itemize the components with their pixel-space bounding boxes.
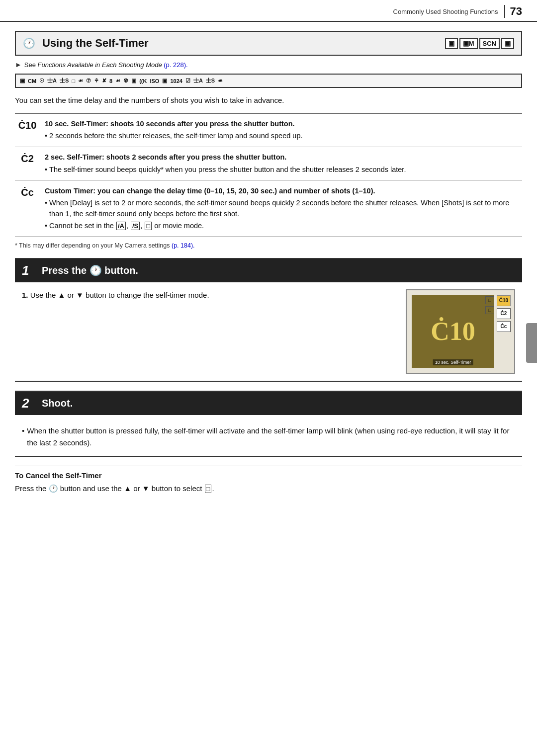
- step2-body: • When the shutter button is pressed ful…: [15, 415, 522, 456]
- footnote-link[interactable]: (p. 184).: [172, 242, 195, 249]
- see-ref-text: See Functions Available in Each Shooting…: [24, 61, 188, 69]
- self-timer-icon: 🕐: [23, 37, 35, 49]
- strip-icon-14: ▣: [130, 77, 137, 84]
- timer-text-cell-2: 2 sec. Self-Timer: shoots 2 seconds afte…: [45, 152, 522, 175]
- section-title: Using the Self-Timer: [42, 37, 149, 50]
- timer-c-icon: Ċc: [21, 187, 34, 198]
- section-title-block: 🕐 Using the Self-Timer ▣ ▣M SCN ▣: [15, 31, 522, 56]
- camera-sidebar: Ċ10 Ċ2 Ċc: [496, 295, 512, 368]
- or-text-1: or: [68, 291, 74, 299]
- strip-icon-5: ⼠S: [59, 77, 70, 85]
- timer-icon-cell-1: Ċ10: [15, 119, 40, 131]
- strip-icon-1024: 1024: [169, 78, 183, 84]
- strip-icon-19: ⼠S: [205, 77, 216, 85]
- cam-side-timer10: Ċ10: [497, 295, 511, 306]
- strip-icon-3: ☉: [38, 77, 45, 84]
- timer-bullet-3b: • Cannot be set in the /A, /S, □ or movi…: [45, 221, 522, 232]
- step1-number: 1: [22, 263, 37, 278]
- timer-bullet-3a: • When [Delay] is set to 2 or more secon…: [45, 198, 522, 220]
- timer-text-cell-3: Custom Timer: you can change the delay t…: [45, 186, 522, 232]
- strip-icon-8: ⑦: [85, 77, 92, 84]
- main-content: 🕐 Using the Self-Timer ▣ ▣M SCN ▣ ► See …: [0, 31, 537, 509]
- see-ref: ► See Functions Available in Each Shooti…: [15, 61, 522, 69]
- timer-bullet-2: • The self-timer sound beeps quickly* wh…: [45, 165, 522, 175]
- or-text-2: or: [133, 484, 140, 493]
- strip-icon-iso: ISO: [149, 78, 160, 84]
- arrow-icon: ►: [15, 61, 22, 69]
- step2-bullet: • When the shutter button is pressed ful…: [22, 425, 515, 449]
- timer-icon-cell-2: Ċ2: [15, 152, 40, 165]
- cam-top-icon-1: □: [485, 296, 494, 304]
- strip-icon-6: □: [71, 78, 76, 84]
- cancel-icon: □: [205, 485, 212, 493]
- cancel-text: Press the 🕐 button and use the ▲ or ▼ bu…: [15, 483, 522, 495]
- strip-icon-9: ⚘: [93, 77, 100, 84]
- timer-10-icon: Ċ10: [18, 120, 37, 131]
- inline-icon-fs: /S: [131, 222, 140, 230]
- ref-link[interactable]: (p. 228).: [164, 61, 187, 69]
- step2-block: 2 Shoot. • When the shutter button is pr…: [15, 391, 522, 457]
- cam-side-timer2: Ċ2: [497, 308, 511, 319]
- cancel-section: To Cancel the Self-Timer Press the 🕐 but…: [15, 466, 522, 495]
- cam-top-icon-2: □: [485, 306, 494, 314]
- footnote: * This may differ depending on your My C…: [15, 242, 522, 249]
- strip-icon-7: ☙: [77, 77, 84, 84]
- bullet-dot: •: [45, 131, 47, 142]
- page-header: Commonly Used Shooting Functions 73: [0, 0, 537, 22]
- strip-icon-15: ((K: [138, 78, 148, 84]
- timer-2-icon: Ċ2: [21, 153, 34, 165]
- cam-top-icons: □ □: [485, 296, 494, 314]
- strip-icon-17: ☑: [184, 77, 191, 84]
- timer-icon-cell-3: Ċc: [15, 186, 40, 198]
- strip-icon-4: ⼠A: [46, 77, 58, 85]
- camera-display: Ċ10 10 sec. Self-Timer □ □ Ċ10 Ċ2 Ċc: [406, 289, 515, 374]
- bullet-dot: •: [45, 221, 47, 232]
- mode-icon-m: ▣M: [459, 38, 478, 49]
- strip-icon-2: CM: [27, 78, 37, 84]
- timer-bullet-1: • 2 seconds before the shutter releases,…: [45, 131, 522, 142]
- step1-title: Press the 🕐 button.: [42, 264, 138, 276]
- table-row: Ċ10 10 sec. Self-Timer: shoots 10 second…: [15, 114, 522, 148]
- timer-bullet-text-1: 2 seconds before the shutter releases, t…: [49, 131, 302, 142]
- header-section-label: Commonly Used Shooting Functions: [393, 8, 498, 15]
- timer-bullet-text-3a: When [Delay] is set to 2 or more seconds…: [49, 198, 522, 220]
- strip-icon-20: ☙: [217, 77, 224, 84]
- bullet-dot: •: [22, 425, 24, 449]
- mode-icon-scn: SCN: [479, 38, 500, 49]
- bullet-dot: •: [45, 165, 47, 175]
- mode-icon-auto: ▣: [445, 38, 458, 49]
- step1-instruction: 1. Use the ▲ or ▼ button to change the s…: [22, 289, 396, 301]
- bullet-dot: •: [45, 198, 47, 220]
- timer-title-3: Custom Timer: you can change the delay t…: [45, 186, 522, 197]
- timer-table: Ċ10 10 sec. Self-Timer: shoots 10 second…: [15, 113, 522, 237]
- timer-bullet-text-2: The self-timer sound beeps quickly* when…: [49, 165, 406, 175]
- strip-icon-12: ☙: [114, 77, 121, 84]
- inline-icon-fa: /A: [116, 222, 126, 230]
- timer-title-2: 2 sec. Self-Timer: shoots 2 seconds afte…: [45, 152, 522, 163]
- table-row: Ċc Custom Timer: you can change the dela…: [15, 181, 522, 237]
- step2-title: Shoot.: [42, 398, 73, 409]
- mode-strip: ▣ CM ☉ ⼠A ⼠S □ ☙ ⑦ ⚘ ✘ 8 ☙ ☢ ▣ ((K ISO ▣…: [15, 74, 522, 88]
- step1-block: 1 Press the 🕐 button. 1. Use the ▲ or ▼ …: [15, 258, 522, 382]
- strip-icon-16: ▣: [161, 77, 168, 84]
- step2-number: 2: [22, 396, 37, 411]
- timer-text-cell-1: 10 sec. Self-Timer: shoots 10 seconds af…: [45, 119, 522, 142]
- strip-icon-1: ▣: [19, 77, 26, 84]
- strip-icon-11: 8: [108, 78, 113, 84]
- step2-header: 2 Shoot.: [15, 392, 522, 415]
- timer-bullet-text-3b: Cannot be set in the /A, /S, □ or movie …: [49, 221, 204, 232]
- side-tab: [526, 323, 537, 363]
- step1-body: 1. Use the ▲ or ▼ button to change the s…: [15, 282, 522, 381]
- intro-paragraph: You can set the time delay and the numbe…: [15, 95, 522, 106]
- strip-icon-13: ☢: [122, 77, 129, 84]
- strip-icon-18: ⼠A: [192, 77, 204, 85]
- step1-header: 1 Press the 🕐 button.: [15, 259, 522, 282]
- strip-icon-10: ✘: [101, 77, 107, 84]
- camera-screen: Ċ10 10 sec. Self-Timer: [412, 295, 494, 368]
- page-number: 73: [504, 5, 522, 18]
- cam-side-timerc: Ċc: [497, 321, 511, 332]
- step1-text: 1. Use the ▲ or ▼ button to change the s…: [22, 289, 396, 304]
- table-row: Ċ2 2 sec. Self-Timer: shoots 2 seconds a…: [15, 147, 522, 181]
- timer-title-1: 10 sec. Self-Timer: shoots 10 seconds af…: [45, 119, 522, 130]
- camera-timer-display: Ċ10: [431, 319, 475, 344]
